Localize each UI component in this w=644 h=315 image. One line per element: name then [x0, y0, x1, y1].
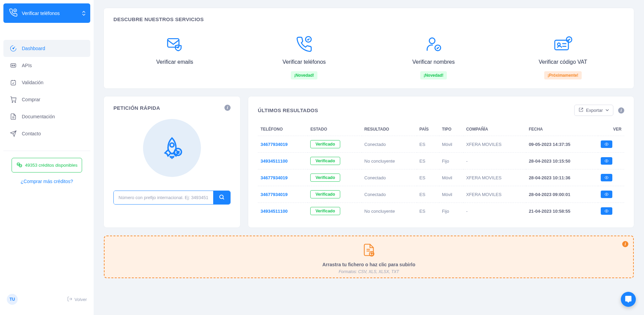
- info-icon[interactable]: i: [622, 241, 628, 247]
- user-check-icon: [425, 36, 442, 53]
- svg-point-4: [14, 65, 15, 66]
- cell-pais: ES: [417, 136, 439, 153]
- cell-pais: ES: [417, 203, 439, 220]
- service-verify-vat[interactable]: Verificar código VAT ¡Próximamente!: [502, 36, 624, 80]
- col-compania: COMPAÑÍA: [464, 123, 526, 136]
- svg-point-9: [12, 102, 13, 103]
- info-icon[interactable]: i: [618, 107, 624, 114]
- upload-title: Arrastra tu fichero o haz clic para subi…: [114, 262, 624, 267]
- view-button[interactable]: [601, 207, 612, 215]
- credits-button[interactable]: 49353 créditos disponibles: [12, 158, 82, 172]
- divider: [3, 151, 90, 151]
- phone-link[interactable]: 34677934019: [261, 175, 288, 180]
- brand-label: Verificar teléfonos: [22, 11, 60, 16]
- sidebar-item-dashboard[interactable]: Dashboard: [3, 40, 90, 57]
- sidebar-item-label: Documentación: [22, 114, 55, 119]
- phone-link[interactable]: 34677934019: [261, 192, 288, 197]
- status-badge: Verificado: [310, 207, 340, 215]
- col-pais: PAÍS: [417, 123, 439, 136]
- svg-point-1: [13, 48, 14, 49]
- service-verify-names[interactable]: Verificar nombres ¡Novedad!: [372, 36, 495, 80]
- search-icon: [219, 194, 225, 201]
- cell-tipo: Móvil: [439, 169, 464, 186]
- results-card: ÚLTIMOS RESULTADOS Exportar i: [248, 96, 634, 227]
- cell-compania: -: [464, 203, 526, 220]
- upload-dropzone[interactable]: i Arrastra tu fichero o haz clic para su…: [104, 236, 634, 278]
- svg-point-27: [170, 143, 174, 147]
- cell-pais: ES: [417, 153, 439, 169]
- sidebar: Verificar teléfonos Dashboard APIs: [0, 0, 94, 315]
- service-verify-phones[interactable]: Verificar teléfonos ¡Novedad!: [243, 36, 365, 80]
- svg-point-35: [606, 211, 607, 212]
- svg-point-20: [429, 38, 435, 44]
- service-label: Verificar teléfonos: [282, 59, 326, 65]
- cell-tipo: Móvil: [439, 136, 464, 153]
- view-button[interactable]: [601, 174, 612, 181]
- view-button[interactable]: [601, 157, 612, 165]
- dashboard-icon: [10, 45, 17, 52]
- back-button[interactable]: Volver: [67, 296, 87, 303]
- col-telefono: TELÉFONO: [258, 123, 308, 136]
- table-row: 34934511100VerificadoNo concluyenteESFij…: [258, 153, 624, 169]
- view-button[interactable]: [601, 191, 612, 198]
- svg-point-33: [606, 177, 607, 178]
- phone-link[interactable]: 34934511100: [261, 159, 288, 164]
- export-button[interactable]: Exportar: [574, 105, 613, 116]
- cell-pais: ES: [417, 169, 439, 186]
- sidebar-item-documentacion[interactable]: Documentación: [3, 108, 90, 125]
- table-row: 34677934019VerificadoConectadoESMóvilXFE…: [258, 136, 624, 153]
- phone-input[interactable]: [114, 191, 213, 204]
- phone-link[interactable]: 34677934019: [261, 142, 288, 147]
- cell-tipo: Fijo: [439, 203, 464, 220]
- sidebar-item-label: Contacto: [22, 131, 41, 136]
- svg-point-15: [17, 163, 20, 165]
- upload-subtitle: Formatos: CSV, XLS, XLSX, TXT: [114, 269, 624, 274]
- svg-rect-18: [168, 39, 179, 47]
- buy-more-credits-link[interactable]: ¿Comprar más créditos?: [3, 179, 90, 184]
- cell-tipo: Móvil: [439, 186, 464, 203]
- info-icon[interactable]: i: [224, 105, 231, 111]
- cell-fecha: 09-05-2023 14:37:35: [526, 136, 598, 153]
- novedad-badge: ¡Novedad!: [420, 71, 447, 79]
- svg-point-34: [606, 194, 607, 195]
- search-button[interactable]: [213, 191, 230, 204]
- view-button[interactable]: [601, 140, 612, 148]
- sidebar-item-comprar[interactable]: Comprar: [3, 91, 90, 108]
- cell-compania: XFERA MOVILES: [464, 169, 526, 186]
- quick-request-card: PETICIÓN RÁPIDA i: [104, 96, 240, 227]
- document-icon: [10, 113, 17, 120]
- cell-compania: -: [464, 153, 526, 169]
- service-label: Verificar nombres: [412, 59, 455, 65]
- id-card-check-icon: [553, 36, 572, 53]
- svg-point-10: [15, 102, 16, 103]
- status-badge: Verificado: [310, 140, 340, 148]
- service-label: Verificar emails: [156, 59, 193, 65]
- service-verify-emails[interactable]: Verificar emails: [113, 36, 236, 80]
- avatar[interactable]: TU: [7, 294, 18, 305]
- novedad-badge: ¡Novedad!: [291, 71, 318, 79]
- cell-fecha: 28-04-2023 10:15:50: [526, 153, 598, 169]
- chat-widget[interactable]: [621, 292, 636, 307]
- phone-check-icon: [296, 36, 313, 53]
- sidebar-item-contacto[interactable]: Contacto: [3, 125, 90, 142]
- phone-check-icon: [9, 8, 18, 18]
- svg-line-30: [223, 198, 224, 199]
- sidebar-item-validacion[interactable]: Validación: [3, 74, 90, 91]
- logout-icon: [67, 296, 73, 303]
- col-resultado: RESULTADO: [362, 123, 417, 136]
- svg-point-3: [12, 65, 13, 66]
- status-badge: Verificado: [310, 174, 340, 182]
- sidebar-item-apis[interactable]: APIs: [3, 57, 90, 74]
- results-table: TELÉFONO ESTADO RESULTADO PAÍS TIPO COMP…: [258, 123, 624, 219]
- services-card: DESCUBRE NUESTROS SERVICIOS Verificar em…: [104, 8, 634, 88]
- service-label: Verificar código VAT: [539, 59, 587, 65]
- export-icon: [579, 107, 583, 113]
- phone-link[interactable]: 34934511100: [261, 209, 288, 214]
- svg-rect-6: [11, 80, 15, 85]
- cell-fecha: 28-04-2023 09:00:01: [526, 186, 598, 203]
- brand-selector[interactable]: Verificar teléfonos: [3, 3, 90, 23]
- col-fecha: FECHA: [526, 123, 598, 136]
- table-row: 34934511100VerificadoNo concluyenteESFij…: [258, 203, 624, 220]
- cell-compania: XFERA MOVILES: [464, 136, 526, 153]
- proximamente-badge: ¡Próximamente!: [544, 71, 582, 79]
